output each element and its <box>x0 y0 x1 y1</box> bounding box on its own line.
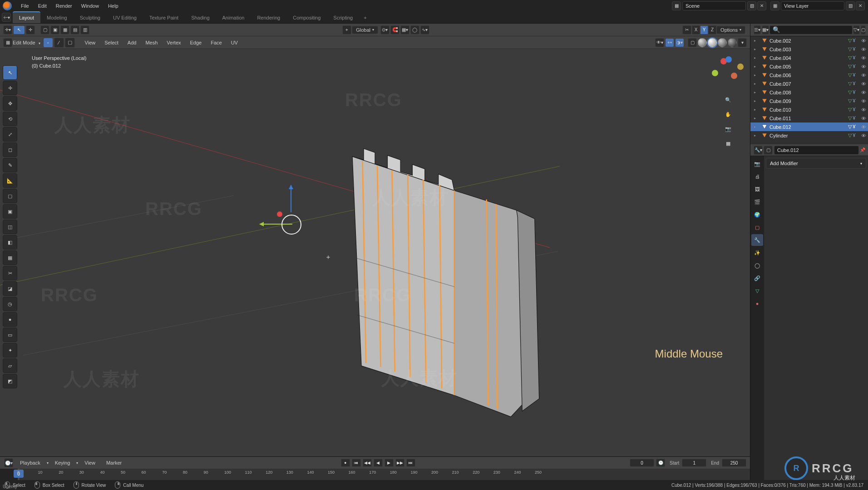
orientation-icon[interactable]: ⌖ <box>342 25 351 34</box>
modifier-icon[interactable]: Ұ <box>853 89 856 95</box>
mesh-data-icon[interactable]: ▽ <box>848 132 852 138</box>
eye-icon[interactable]: 👁 <box>861 81 866 87</box>
tab-constraints[interactable]: 🔗 <box>751 272 763 284</box>
outliner[interactable]: ▸Cube.002▽Ұ👁▸Cube.003▽Ұ👁▸Cube.004▽Ұ👁▸Cub… <box>750 36 868 144</box>
face-menu[interactable]: Face <box>206 38 226 47</box>
modifier-icon[interactable]: Ұ <box>853 64 856 69</box>
modifier-icon[interactable]: Ұ <box>853 81 856 87</box>
shading-rendered[interactable] <box>728 38 737 47</box>
tool-smooth[interactable]: ● <box>3 312 17 327</box>
tool-extrude-r[interactable]: ▣ <box>3 204 17 219</box>
pivot-dropdown[interactable]: ⊙▾ <box>380 25 390 34</box>
scene-name-field[interactable]: Scene <box>682 1 746 10</box>
eye-icon[interactable]: 👁 <box>861 64 866 69</box>
eye-icon[interactable]: 👁 <box>861 90 866 95</box>
tool-bevel[interactable]: ◧ <box>3 235 17 250</box>
tab-scene[interactable]: 🎬 <box>751 196 763 208</box>
face-select-mode[interactable]: ▢ <box>65 38 75 48</box>
modifier-icon[interactable]: Ұ <box>853 107 856 113</box>
tl-keying-menu[interactable]: Keying <box>50 458 75 467</box>
tab-shading[interactable]: Shading <box>185 11 216 23</box>
outliner-display-mode[interactable]: ▦▾ <box>762 25 769 34</box>
timecode-icon[interactable]: 🕒 <box>656 459 665 467</box>
tab-physics[interactable]: ◯ <box>751 260 763 271</box>
expand-arrow-icon[interactable]: ▸ <box>754 125 756 129</box>
tool-transform[interactable]: ◻ <box>3 142 17 157</box>
outliner-item[interactable]: ▸Cube.011▽Ұ👁 <box>750 114 868 122</box>
tab-layout[interactable]: Layout <box>13 11 40 23</box>
eye-icon[interactable]: 👁 <box>861 116 866 121</box>
modifier-icon[interactable]: Ұ <box>853 98 856 104</box>
outliner-item[interactable]: ▸Cube.003▽Ұ👁 <box>750 45 868 54</box>
tool-spin[interactable]: ◷ <box>3 297 17 311</box>
shading-solid[interactable] <box>708 38 717 47</box>
tool-slide[interactable]: ▭ <box>3 328 17 342</box>
eye-icon[interactable]: 👁 <box>861 107 866 113</box>
outliner-search-input[interactable] <box>769 25 853 34</box>
modifier-icon[interactable]: Ұ <box>853 72 856 78</box>
nav-gizmo[interactable] <box>712 56 745 89</box>
ortho-icon[interactable]: ▦ <box>722 137 735 150</box>
end-frame-field[interactable]: 250 <box>722 459 746 467</box>
tool-shrink[interactable]: ✦ <box>3 343 17 358</box>
tool-rotate[interactable]: ⟲ <box>3 112 17 126</box>
menu-help[interactable]: Help <box>104 1 123 10</box>
edge-menu[interactable]: Edge <box>186 38 207 47</box>
tool-cursor[interactable]: ✛ <box>3 81 17 95</box>
timeline-track[interactable]: 0 01020304050607080901001101201301401501… <box>0 469 750 480</box>
tab-uv[interactable]: UV Editing <box>107 11 143 23</box>
snap-target-dropdown[interactable]: ▦▾ <box>400 25 409 34</box>
back-icon[interactable]: 🡠▾ <box>2 13 11 22</box>
outliner-item[interactable]: ▸Cube.012▽Ұ👁 <box>750 122 868 131</box>
outliner-item[interactable]: ▸Cube.006▽Ұ👁 <box>750 71 868 79</box>
eye-icon[interactable]: 👁 <box>861 98 866 104</box>
tab-compositing[interactable]: Compositing <box>286 11 327 23</box>
add-modifier-dropdown[interactable]: Add Modifier▾ <box>766 158 866 169</box>
tab-output[interactable]: 🖨 <box>751 171 763 182</box>
outliner-item[interactable]: ▸Cube.008▽Ұ👁 <box>750 88 868 97</box>
start-frame-field[interactable]: 1 <box>682 459 706 467</box>
outliner-item[interactable]: ▸Cylinder▽Ұ👁 <box>750 131 868 140</box>
play-rev-button[interactable]: ◀ <box>374 459 383 467</box>
visibility-dropdown[interactable]: 👁▾ <box>655 38 664 47</box>
scene-new-button[interactable]: ▧ <box>747 1 756 10</box>
xray-toggle[interactable]: ▢ <box>688 38 697 47</box>
uv-menu[interactable]: UV <box>227 38 242 47</box>
zoom-icon[interactable]: 🔍 <box>722 93 735 106</box>
outliner-item[interactable]: ▸Cube.007▽Ұ👁 <box>750 79 868 88</box>
timeline-editor-icon[interactable]: 🕒▾ <box>4 458 13 467</box>
mesh-data-icon[interactable]: ▽ <box>848 55 852 61</box>
mesh-data-icon[interactable]: ▽ <box>848 115 852 121</box>
tool-measure[interactable]: 📐 <box>3 173 17 188</box>
tool-knife[interactable]: ✂ <box>3 266 17 280</box>
expand-arrow-icon[interactable]: ▸ <box>754 47 756 51</box>
scene-delete-button[interactable]: ✕ <box>757 1 766 10</box>
tab-texpaint[interactable]: Texture Paint <box>143 11 185 23</box>
tab-material[interactable]: ● <box>751 298 763 309</box>
expand-arrow-icon[interactable]: ▸ <box>754 73 756 77</box>
mesh-data-icon[interactable]: ▽ <box>848 72 852 78</box>
snap-mode-1[interactable]: ▢ <box>40 25 49 34</box>
props-object-name[interactable]: Cube.012 <box>774 146 859 155</box>
tl-view-menu[interactable]: View <box>80 458 100 467</box>
add-menu[interactable]: Add <box>123 38 141 47</box>
tool-inset[interactable]: ◫ <box>3 220 17 234</box>
tool-scale[interactable]: ⤢ <box>3 127 17 142</box>
select-menu[interactable]: Select <box>100 38 123 47</box>
eye-icon[interactable]: 👁 <box>861 124 866 130</box>
eye-icon[interactable]: 👁 <box>861 55 866 61</box>
outliner-item[interactable]: ▸Cube.004▽Ұ👁 <box>750 54 868 62</box>
tab-rendering[interactable]: Rendering <box>251 11 286 23</box>
snap-mode-5[interactable]: ▥ <box>80 25 89 34</box>
axis-y-icon[interactable] <box>712 70 718 76</box>
tab-modifiers[interactable]: 🔧 <box>751 234 763 246</box>
outliner-item[interactable]: ▸Cube.002▽Ұ👁 <box>750 36 868 45</box>
mesh-data-icon[interactable]: ▽ <box>848 107 852 113</box>
mesh-data-icon[interactable]: ▽ <box>848 98 852 104</box>
gizmo-ring[interactable] <box>281 215 301 235</box>
outliner-new-collection[interactable]: ▢ <box>861 25 866 34</box>
viewlayer-new-button[interactable]: ▧ <box>846 1 855 10</box>
eye-icon[interactable]: 👁 <box>861 73 866 78</box>
mesh-data-icon[interactable]: ▽ <box>848 38 852 44</box>
shading-dropdown[interactable]: ▾ <box>738 38 747 47</box>
